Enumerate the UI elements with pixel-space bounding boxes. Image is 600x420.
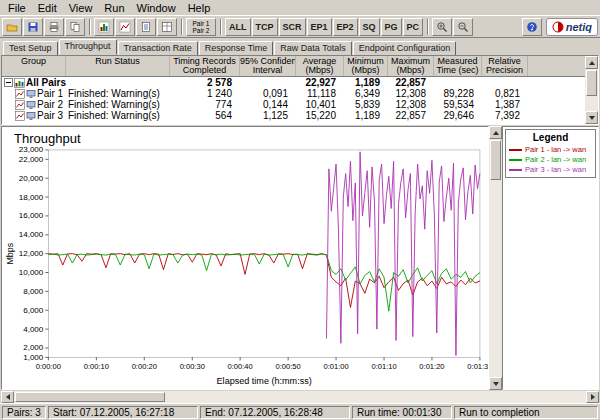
table-row-pair-1[interactable]: Pair 1Finished: Warning(s)1 2400,09111,1… <box>2 88 585 99</box>
toolbar-view-scr-button[interactable]: SCR <box>279 18 306 36</box>
tab-test-setup[interactable]: Test Setup <box>3 41 58 55</box>
column-header-label: Group <box>2 57 65 66</box>
value-cell: 0,144 <box>240 99 296 110</box>
statusbar: Pairs: 3Start: 07.12.2005, 16:27:18End: … <box>0 403 600 420</box>
value-cell: 7,392 <box>482 110 528 121</box>
table-row-pair-2[interactable]: Pair 2Finished: Warning(s)7740,14410,401… <box>2 99 585 110</box>
svg-text:2,000: 2,000 <box>23 344 44 353</box>
tab-endpoint-configuration[interactable]: Endpoint Configuration <box>353 41 457 55</box>
endpoint-icon <box>26 100 36 110</box>
toolbar-bar-chart-button[interactable] <box>94 18 114 36</box>
scrollbar-thumb[interactable] <box>490 140 501 180</box>
pair-toggle-label: Pair 2 <box>187 27 215 34</box>
column-header-label: (Mbps) <box>388 66 433 75</box>
throughput-chart: 23,00022,00020,00018,00016,00014,00012,0… <box>2 146 488 387</box>
run-status-cell <box>66 77 170 88</box>
toolbar-print-button[interactable] <box>44 18 64 36</box>
toolbar-view-ep2-button[interactable]: EP2 <box>333 18 358 36</box>
toolbar-copy-button[interactable] <box>65 18 85 36</box>
scroll-left-button[interactable] <box>1 391 14 403</box>
legend-line-swatch <box>509 169 522 171</box>
collapse-icon[interactable] <box>4 78 13 87</box>
svg-text:23,000: 23,000 <box>19 146 44 154</box>
scroll-down-button[interactable] <box>489 377 502 390</box>
scroll-up-button[interactable] <box>489 126 502 139</box>
arrow-left-icon <box>6 394 10 400</box>
toolbar-open-button[interactable] <box>2 18 22 36</box>
column-header-label: Completed <box>170 66 239 75</box>
group-label: Pair 1 <box>37 88 63 99</box>
toolbar-view-pg-button[interactable]: PG <box>381 18 402 36</box>
zoom-out-icon <box>457 21 469 33</box>
menu-help[interactable]: Help <box>182 1 217 15</box>
legend-box: Legend Pair 1 - lan -> wanPair 2 - lan -… <box>505 129 596 178</box>
tab-throughput[interactable]: Throughput <box>59 39 117 55</box>
toolbar-line-chart-button[interactable] <box>115 18 135 36</box>
value-cell: 6,349 <box>344 88 388 99</box>
scrollbar-thumb[interactable] <box>15 392 165 402</box>
menu-view[interactable]: View <box>63 1 99 15</box>
svg-text:0:00:50: 0:00:50 <box>276 362 301 371</box>
toolbar-separator <box>220 19 222 35</box>
table-vertical-scrollbar[interactable] <box>585 56 598 124</box>
column-header-label: Interval <box>240 66 295 75</box>
toolbar-report-button[interactable] <box>136 18 156 36</box>
value-cell: 0,821 <box>482 88 528 99</box>
arrow-up-icon <box>493 131 499 135</box>
value-cell: 22,857 <box>388 77 434 88</box>
menu-file[interactable]: File <box>2 1 32 15</box>
menu-window[interactable]: Window <box>131 1 182 15</box>
run-status-cell: Finished: Warning(s) <box>66 99 170 110</box>
pair-chart-icon <box>15 100 25 110</box>
tabbar: Test SetupThroughputTransaction RateResp… <box>0 38 600 55</box>
scrollbar-thumb[interactable] <box>586 70 597 96</box>
svg-text:0:00:00: 0:00:00 <box>36 362 61 371</box>
statusbar-segment-2: End: 07.12.2005, 16:28:48 <box>200 406 350 419</box>
svg-text:22,000: 22,000 <box>19 155 44 164</box>
svg-text:0:00:20: 0:00:20 <box>132 362 157 371</box>
arrow-down-icon <box>589 116 595 120</box>
scroll-up-button[interactable] <box>585 56 598 69</box>
toolbar-pair-filter-button[interactable]: Pair 1Pair 2 <box>186 18 216 36</box>
tab-response-time[interactable]: Response Time <box>199 41 274 55</box>
svg-text:0:00:30: 0:00:30 <box>180 362 205 371</box>
table-row-all-pairs[interactable]: All Pairs2 57822,9271,18922,857 <box>2 77 585 88</box>
scroll-right-button[interactable] <box>586 391 599 403</box>
svg-text:0:01:10: 0:01:10 <box>371 362 396 371</box>
horizontal-scrollbar[interactable] <box>1 391 599 403</box>
endpoint-icon <box>26 111 36 121</box>
toolbar-zoom-out-button[interactable] <box>453 18 473 36</box>
value-cell: 29,646 <box>434 110 482 121</box>
scroll-down-button[interactable] <box>585 111 598 124</box>
statusbar-segment-1: Start: 07.12.2005, 16:27:18 <box>48 406 198 419</box>
value-cell: 11,118 <box>296 88 344 99</box>
column-header-measured: MeasuredTime (sec) <box>434 56 482 76</box>
svg-text:16,000: 16,000 <box>19 211 44 220</box>
toolbar-view-sq-button[interactable]: SQ <box>359 18 380 36</box>
column-header-relative: RelativePrecision <box>482 56 528 76</box>
throughput-chart-panel: Throughput 23,00022,00020,00018,00016,00… <box>1 126 489 390</box>
chart-vertical-scrollbar[interactable] <box>489 126 502 390</box>
toolbar-help-button[interactable] <box>522 18 542 36</box>
toolbar-view-tcp-button[interactable]: TCP <box>252 18 278 36</box>
arrow-right-icon <box>591 394 595 400</box>
toolbar-view-pc-button[interactable]: PC <box>403 18 424 36</box>
toolbar-view-all-button[interactable]: ALL <box>225 18 251 36</box>
menu-edit[interactable]: Edit <box>32 1 63 15</box>
legend-label: Pair 2 - lan -> wan <box>525 155 586 165</box>
toolbar-view-ep1-button[interactable]: EP1 <box>307 18 332 36</box>
column-header-label: Run Status <box>66 57 169 66</box>
tab-transaction-rate[interactable]: Transaction Rate <box>118 41 198 55</box>
menu-run[interactable]: Run <box>98 1 130 15</box>
svg-text:0:01:30: 0:01:30 <box>467 362 488 371</box>
toolbar-zoom-in-button[interactable] <box>432 18 452 36</box>
results-grid: GroupRun StatusTiming RecordsCompleted95… <box>2 56 585 124</box>
toolbar-grid-view-button[interactable] <box>157 18 177 36</box>
open-icon <box>6 21 18 33</box>
tab-raw-data-totals[interactable]: Raw Data Totals <box>274 41 351 55</box>
toolbar-save-button[interactable] <box>23 18 43 36</box>
legend-line-swatch <box>509 159 522 161</box>
value-cell: 1 240 <box>170 88 240 99</box>
table-row-pair-3[interactable]: Pair 3Finished: Warning(s)5641,12515,220… <box>2 110 585 121</box>
all-pairs-icon <box>14 78 25 88</box>
